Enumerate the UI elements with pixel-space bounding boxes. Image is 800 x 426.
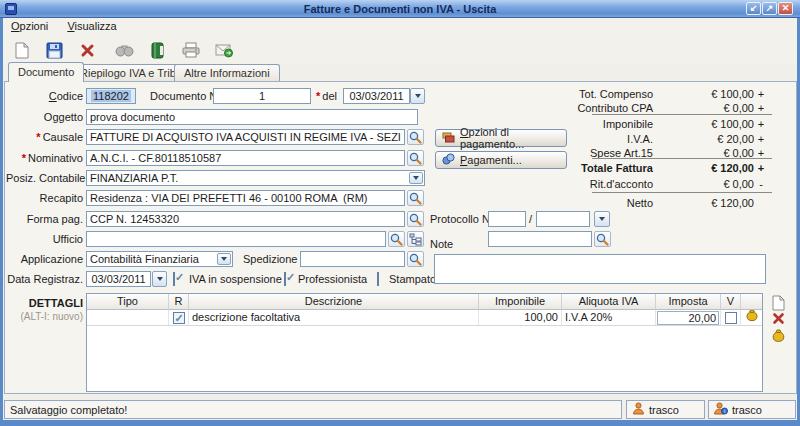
status-message-panel: Salvataggio completato! <box>4 400 622 419</box>
stampato-checkbox[interactable] <box>377 272 379 286</box>
tab-altre-informazioni[interactable]: Altre Informazioni <box>174 64 280 81</box>
data-registraz-label: Data Registraz. <box>6 271 83 287</box>
row-moneybag-icon[interactable] <box>746 310 758 325</box>
iva-sospensione-checkbox[interactable] <box>173 272 175 286</box>
dettagli-table-header: Tipo R Descrizione Imponibile Aliquota I… <box>87 294 762 310</box>
oggetto-label: Oggetto <box>6 109 83 125</box>
forma-pag-search-icon[interactable] <box>407 211 424 227</box>
contributo-cpa-value: € 0,00 <box>660 101 754 115</box>
nominativo-label: Nominativo <box>28 152 83 164</box>
protocollo-n-field[interactable] <box>488 211 526 227</box>
applicazione-dropdown-icon[interactable] <box>217 253 231 265</box>
recapito-search-icon[interactable] <box>407 190 424 206</box>
posiz-contabile-combo[interactable]: FINANZIARIA P.T. <box>86 170 425 186</box>
causale-search-icon[interactable] <box>407 129 424 145</box>
menu-opzioni[interactable]: Opzioni <box>3 18 56 34</box>
row-r-checkbox[interactable] <box>173 312 185 324</box>
note-ref-search-icon[interactable] <box>594 231 611 247</box>
imponibile-label: Imponibile <box>520 117 653 131</box>
data-registraz-dropdown-icon[interactable] <box>152 271 167 287</box>
causale-label: Causale <box>43 131 83 143</box>
note-textarea[interactable] <box>434 254 766 284</box>
pagamenti-label: Pagamenti... <box>460 154 522 166</box>
del-date-dropdown-icon[interactable] <box>410 88 425 104</box>
title-bar: Fatture e Documenti non IVA - Uscita ↙ ↗… <box>0 0 800 18</box>
user-name-2: trasco <box>732 404 762 416</box>
new-document-icon[interactable] <box>11 39 33 61</box>
documento-n-field[interactable]: 1 <box>213 88 311 104</box>
nominativo-search-icon[interactable] <box>407 150 424 166</box>
posiz-contabile-dropdown-icon[interactable] <box>409 172 423 184</box>
col-imposta[interactable]: Imposta <box>656 294 721 310</box>
add-row-icon[interactable] <box>771 295 786 313</box>
dettagli-table: Tipo R Descrizione Imponibile Aliquota I… <box>86 293 763 392</box>
cell-aliquota-iva[interactable]: I.V.A 20% <box>562 310 656 325</box>
delete-row-icon[interactable] <box>772 312 785 327</box>
codice-field[interactable]: 118202 <box>86 88 136 104</box>
dettagli-row[interactable]: descrizione facoltativa 100,00 I.V.A 20%… <box>87 310 762 326</box>
applicazione-value: Contabilità Finanziaria <box>90 253 199 265</box>
del-date-field[interactable]: 03/03/2011 <box>343 88 410 104</box>
professionista-checkbox[interactable] <box>284 272 286 286</box>
ufficio-field[interactable] <box>86 231 386 247</box>
oggetto-field[interactable] <box>86 109 418 125</box>
col-v[interactable]: V <box>721 294 741 310</box>
menu-visualizza[interactable]: Visualizza <box>59 18 124 34</box>
spedizione-search-icon[interactable] <box>407 251 424 267</box>
nominativo-field[interactable] <box>86 150 405 166</box>
causale-field[interactable] <box>86 129 405 145</box>
totals-divider-1 <box>592 114 772 115</box>
recapito-label: Recapito <box>6 190 83 206</box>
ufficio-org-tree-icon[interactable] <box>407 231 424 247</box>
nominativo-required-marker: * <box>22 152 26 164</box>
imponibile-sign: + <box>755 117 767 131</box>
protocollo-label: Protocollo N. <box>430 211 493 227</box>
data-registraz-field[interactable]: 03/03/2011 <box>86 271 151 287</box>
applicazione-combo[interactable]: Contabilità Finanziaria <box>86 251 233 267</box>
col-r[interactable]: R <box>169 294 189 310</box>
binoculars-icon[interactable] <box>113 39 135 61</box>
contributo-cpa-label: Contributo CPA <box>520 101 653 115</box>
print-icon[interactable] <box>180 39 202 61</box>
col-tipo[interactable]: Tipo <box>87 294 169 310</box>
tab-documento[interactable]: Documento <box>8 62 84 82</box>
cell-imponibile[interactable]: 100,00 <box>479 310 562 325</box>
protocollo-anno-field[interactable] <box>536 211 590 227</box>
maximize-window-icon[interactable]: ↗ <box>762 2 777 15</box>
cell-tipo[interactable] <box>87 310 169 325</box>
svg-text:i: i <box>724 408 725 414</box>
row-payments-moneybag-icon[interactable] <box>772 329 785 345</box>
cell-imposta[interactable]: 20,00 <box>656 310 721 325</box>
send-mail-icon[interactable] <box>213 39 235 61</box>
restore-window-icon[interactable]: ↙ <box>746 2 761 15</box>
col-aliquota-iva[interactable]: Aliquota IVA <box>562 294 656 310</box>
ufficio-search-icon[interactable] <box>388 231 405 247</box>
ufficio-label: Ufficio <box>6 231 83 247</box>
protocollo-dropdown-icon[interactable] <box>594 211 610 227</box>
stampato-label: Stampato <box>389 271 436 287</box>
note-ref-field[interactable] <box>488 231 592 247</box>
col-imponibile[interactable]: Imponibile <box>479 294 562 310</box>
iva-label: I.V.A. <box>520 132 653 146</box>
iva-value: € 20,00 <box>660 132 754 146</box>
cell-descrizione[interactable]: descrizione facoltativa <box>189 310 479 325</box>
close-window-icon[interactable]: ✕ <box>778 2 793 15</box>
user-name-1: trasco <box>649 404 679 416</box>
col-descrizione[interactable]: Descrizione <box>189 294 479 310</box>
del-label: del <box>322 90 337 102</box>
spedizione-label: Spedizione <box>243 251 297 267</box>
delete-icon[interactable] <box>76 39 98 61</box>
posiz-contabile-label: Posiz. Contabile <box>6 170 83 186</box>
toolbar <box>3 35 797 63</box>
archive-book-icon[interactable] <box>146 39 168 61</box>
imponibile-value: € 100,00 <box>660 117 754 131</box>
row-v-checkbox[interactable] <box>725 312 737 324</box>
recapito-field[interactable] <box>86 190 405 206</box>
window-title: Fatture e Documenti non IVA - Uscita <box>0 0 800 18</box>
save-icon[interactable] <box>43 39 65 61</box>
professionista-label: Professionista <box>298 271 367 287</box>
spedizione-field[interactable] <box>300 251 405 267</box>
note-label: Note <box>430 236 453 252</box>
forma-pag-field[interactable] <box>86 211 405 227</box>
documento-n-label: Documento N. <box>150 88 220 104</box>
